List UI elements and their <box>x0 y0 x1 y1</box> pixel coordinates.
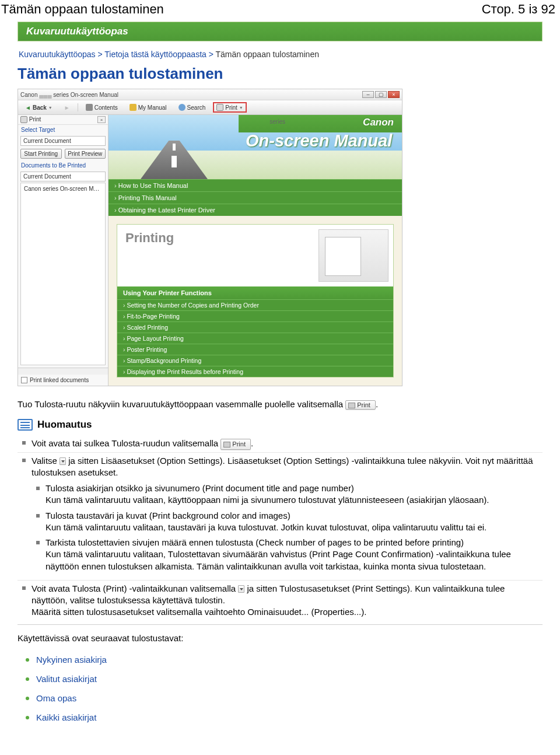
docs-to-print-label: Documents to Be Printed <box>18 160 108 170</box>
guide-banner-title: Kuvaruutukäyttöopas <box>18 22 542 41</box>
print-pane-title: Print <box>29 116 41 123</box>
embedded-screenshot: Canon ▄▄▄ series On-screen Manual – ▢ × … <box>18 89 402 386</box>
cream-title: Printing <box>117 225 182 248</box>
print-icon <box>216 104 223 111</box>
nav-list: How to Use This Manual Printing This Man… <box>108 179 402 216</box>
ss-toolbar: ◄Back▼ ► Contents My Manual Search Print… <box>18 100 402 115</box>
list-item: Tulosta asiakirjan otsikko ja sivunumero… <box>32 481 542 508</box>
ss-title-suffix: series On-screen Manual <box>53 92 118 98</box>
close-pane-icon[interactable]: × <box>97 116 106 123</box>
list-item: Voit avata tai sulkea Tulosta-ruudun val… <box>18 435 542 452</box>
contents-icon <box>86 104 93 111</box>
guide-banner: Kuvaruutukäyttöopas <box>18 22 542 41</box>
my-manual-button[interactable]: My Manual <box>125 102 171 113</box>
print-button-highlight[interactable]: Print▼ <box>213 102 247 113</box>
h-scrollbar[interactable] <box>18 368 108 375</box>
list-item[interactable]: Nykyinen asiakirja <box>18 650 542 669</box>
list-item[interactable]: Valitut asiakirjat <box>18 669 542 688</box>
breadcrumb: Kuvaruutukäyttöopas > Tietoja tästä käyt… <box>18 46 542 65</box>
use-item[interactable]: Poster Printing <box>117 344 393 355</box>
hero-brand: Canon <box>363 117 394 128</box>
breadcrumb-sep: > <box>209 50 216 59</box>
list-item: Tarkista tulostettavien sivujen määrä en… <box>32 535 542 574</box>
print-inline-button: Print <box>220 439 251 450</box>
hero-title: On-screen Manual <box>246 131 392 151</box>
ss-print-pane: Print × Select Target Current Document S… <box>18 115 108 386</box>
ss-titlebar: Canon ▄▄▄ series On-screen Manual – ▢ × <box>18 89 402 100</box>
list-item: Voit avata Tulosta (Print) -valintaikkun… <box>18 580 542 621</box>
divider <box>18 624 542 625</box>
breadcrumb-link-2[interactable]: Tietoja tästä käyttöoppaasta <box>104 50 206 59</box>
page-header-number: Стор. 5 із 92 <box>482 2 555 17</box>
printer-thumb <box>318 229 388 282</box>
select-target-label: Select Target <box>18 125 108 135</box>
note-title: Huomautus <box>37 419 92 431</box>
dropdown-icon <box>60 457 66 465</box>
use-item[interactable]: Setting the Number of Copies and Printin… <box>117 299 393 310</box>
hero-banner: series Canon On-screen Manual <box>108 115 402 179</box>
intro-paragraph: Tuo Tulosta-ruutu näkyviin kuvaruutukäyt… <box>18 399 542 410</box>
breadcrumb-sep: > <box>97 50 104 59</box>
nav-item[interactable]: How to Use This Manual <box>108 179 402 191</box>
dropdown-icon <box>238 585 244 593</box>
star-icon <box>130 104 136 111</box>
note-list: Voit avata tai sulkea Tulosta-ruudun val… <box>18 435 542 620</box>
use-header: Using Your Printer Functions <box>117 286 393 299</box>
back-button[interactable]: ◄Back▼ <box>21 103 57 113</box>
list-item[interactable]: Oma opas <box>18 688 542 708</box>
use-item[interactable]: Displaying the Print Results before Prin… <box>117 366 393 377</box>
use-item[interactable]: Fit-to-Page Printing <box>117 310 393 321</box>
print-icon <box>348 403 355 408</box>
start-printing-button[interactable]: Start Printing <box>20 149 62 159</box>
breadcrumb-link-1[interactable]: Kuvaruutukäyttöopas <box>19 50 96 59</box>
list-item: Tulosta taustaväri ja kuvat (Print backg… <box>32 508 542 536</box>
search-icon <box>178 104 186 111</box>
close-icon[interactable]: × <box>388 91 400 98</box>
ss-title-prefix: Canon <box>20 92 37 98</box>
print-icon <box>20 116 27 123</box>
list-item[interactable]: Canon series On-screen Manual <box>22 184 104 193</box>
docs-list[interactable]: Canon series On-screen Manual <box>20 183 106 365</box>
breadcrumb-tail: Tämän oppaan tulostaminen <box>216 50 319 59</box>
use-item[interactable]: Scaled Printing <box>117 321 393 333</box>
print-preview-button[interactable]: Print Preview <box>65 149 106 159</box>
use-item[interactable]: Page Layout Printing <box>117 333 393 344</box>
nav-item[interactable]: Printing This Manual <box>108 191 402 204</box>
print-inline-button: Print <box>345 400 376 410</box>
linked-label: Print linked documents <box>30 377 89 383</box>
use-item[interactable]: Stamp/Background Printing <box>117 355 393 366</box>
contents-button[interactable]: Contents <box>82 102 122 113</box>
hero-series: series <box>270 118 285 125</box>
note-icon <box>18 419 33 431</box>
docs-field[interactable]: Current Document <box>20 172 106 181</box>
page-title: Tämän oppaan tulostaminen <box>18 65 542 83</box>
print-icon <box>223 442 230 448</box>
search-button[interactable]: Search <box>174 102 210 113</box>
nav-item[interactable]: Obtaining the Latest Printer Driver <box>108 204 402 216</box>
maximize-icon[interactable]: ▢ <box>375 91 387 98</box>
page-header-title: Tämän oppaan tulostaminen <box>1 2 164 17</box>
linked-checkbox[interactable] <box>21 377 27 383</box>
target-dropdown[interactable]: Current Document <box>20 136 106 146</box>
foot-title: Käytettävissä ovat seuraavat tulostustav… <box>18 633 542 643</box>
minimize-icon[interactable]: – <box>362 91 374 98</box>
list-item[interactable]: Kaikki asiakirjat <box>18 708 542 727</box>
list-item: Valitse ja sitten Lisäasetukset (Option … <box>18 452 542 580</box>
forward-button[interactable]: ► <box>60 103 74 113</box>
use-list: Setting the Number of Copies and Printin… <box>117 299 393 377</box>
print-modes-list: Nykyinen asiakirja Valitut asiakirjat Om… <box>18 650 542 727</box>
